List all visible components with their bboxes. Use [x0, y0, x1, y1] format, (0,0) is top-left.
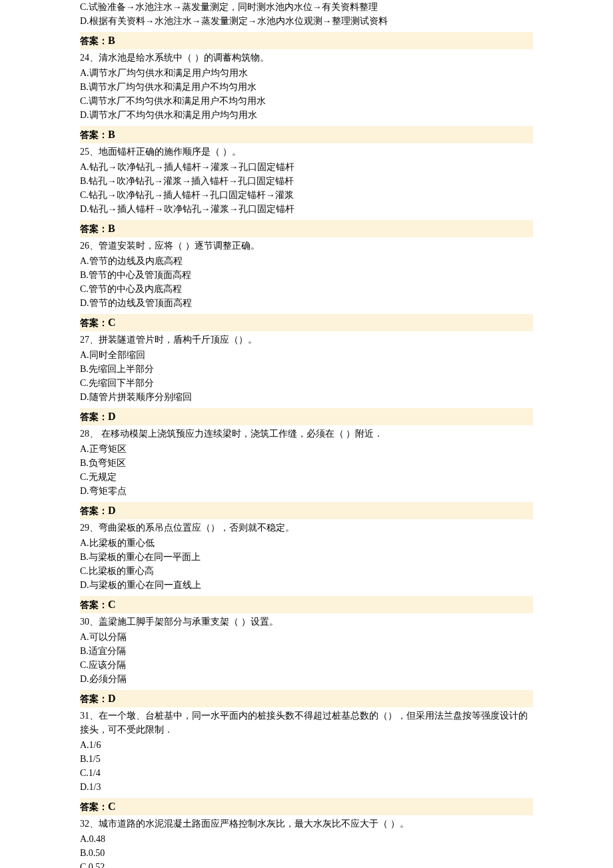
question-block: 30、盖梁施工脚手架部分与承重支架（ ）设置。A.可以分隔B.适宜分隔C.应该分… — [80, 615, 533, 686]
answer-label: 答案： — [80, 224, 108, 234]
answer-bar: 答案：B — [80, 32, 533, 49]
answer-bar: 答案：D — [80, 690, 533, 707]
question-block: 26、管道安装时，应将（ ）逐节调整正确。A.管节的边线及内底高程B.管节的中心… — [80, 239, 533, 310]
option: D.钻孔→插人锚杆→吹净钻孔→灌浆→孔口固定锚杆 — [80, 202, 533, 216]
option: B.负弯矩区 — [80, 456, 533, 470]
question-block: 24、清水池是给水系统中（ ）的调蓄构筑物。A.调节水厂均匀供水和满足用户均匀用… — [80, 51, 533, 122]
option: C.比梁板的重心高 — [80, 564, 533, 578]
answer-label: 答案： — [80, 36, 108, 46]
answer-bar: 答案：C — [80, 314, 533, 331]
answer-bar: 答案：D — [80, 502, 533, 519]
option: B.调节水厂均匀供水和满足用户不均匀用水 — [80, 80, 533, 94]
question-block: 31、在一个墩、台桩基中，同一水平面内的桩接头数不得超过桩基总数的（），但采用法… — [80, 709, 533, 794]
option: D.1/3 — [80, 780, 533, 794]
option: C.管节的中心及内底高程 — [80, 282, 533, 296]
option: A.钻孔→吹净钻孔→插人锚杆→灌浆→孔口固定锚杆 — [80, 160, 533, 174]
answer-letter: C — [108, 801, 116, 812]
answer-letter: D — [108, 693, 116, 704]
option: C.调节水厂不均匀供水和满足用户不均匀用水 — [80, 94, 533, 108]
answer-label: 答案： — [80, 130, 108, 140]
answer-bar: 答案：B — [80, 220, 533, 237]
option: A.调节水厂均匀供水和满足用户均匀用水 — [80, 66, 533, 80]
question-block: 25、地面锚杆正确的施作顺序是（ ）。A.钻孔→吹净钻孔→插人锚杆→灌浆→孔口固… — [80, 145, 533, 216]
answer-letter: B — [108, 129, 115, 140]
answer-letter: C — [108, 317, 116, 328]
question-text: 30、盖梁施工脚手架部分与承重支架（ ）设置。 — [80, 615, 533, 629]
option: B.管节的中心及管顶面高程 — [80, 268, 533, 282]
option: A.管节的边线及内底高程 — [80, 254, 533, 268]
question-text: 24、清水池是给水系统中（ ）的调蓄构筑物。 — [80, 51, 533, 65]
answer-letter: B — [108, 223, 115, 234]
option: C.应该分隔 — [80, 658, 533, 672]
option: B.0.50 — [80, 846, 533, 860]
option: C.0.52 — [80, 860, 533, 868]
question-text: 32、城市道路的水泥混凝土路面应严格控制水灰比，最大水灰比不应大于（ ）。 — [80, 817, 533, 831]
option: D.管节的边线及管顶面高程 — [80, 296, 533, 310]
option: D.与梁板的重心在同一直线上 — [80, 578, 533, 592]
answer-bar: 答案：C — [80, 596, 533, 613]
option: A.同时全部缩回 — [80, 348, 533, 362]
answer-label: 答案： — [80, 600, 108, 610]
option: A.0.48 — [80, 832, 533, 846]
option: C.先缩回下半部分 — [80, 376, 533, 390]
option: A.正弯矩区 — [80, 442, 533, 456]
option-c: C.试验准备→水池注水→蒸发量测定，同时测水池内水位→有关资料整理 — [80, 0, 533, 14]
question-text: 25、地面锚杆正确的施作顺序是（ ）。 — [80, 145, 533, 159]
option: C.1/4 — [80, 766, 533, 780]
answer-bar: 答案：D — [80, 408, 533, 425]
option: D.必须分隔 — [80, 672, 533, 686]
answer-label: 答案： — [80, 506, 108, 516]
option: B.钻孔→吹净钻孔→灌浆→插入锚杆→孔口固定锚杆 — [80, 174, 533, 188]
question-text: 26、管道安装时，应将（ ）逐节调整正确。 — [80, 239, 533, 253]
answer-bar: 答案：B — [80, 126, 533, 143]
answer-label: 答案： — [80, 412, 108, 422]
answer-letter: B — [108, 35, 115, 46]
option: A.可以分隔 — [80, 630, 533, 644]
answer-letter: D — [108, 505, 116, 516]
exam-content: C.试验准备→水池注水→蒸发量测定，同时测水池内水位→有关资料整理 D.根据有关… — [0, 0, 613, 868]
option: A.1/6 — [80, 738, 533, 752]
question-text: 31、在一个墩、台桩基中，同一水平面内的桩接头数不得超过桩基总数的（），但采用法… — [80, 709, 533, 737]
option: B.1/5 — [80, 752, 533, 766]
answer-letter: D — [108, 411, 116, 422]
question-block: 28、 在移动模架上浇筑预应力连续梁时，浇筑工作缝，必须在（ ）附近．A.正弯矩… — [80, 427, 533, 498]
question-text: 29、弯曲梁板的系吊点位置应（），否则就不稳定。 — [80, 521, 533, 535]
answer-label: 答案： — [80, 318, 108, 328]
option: A.比梁板的重心低 — [80, 536, 533, 550]
option: B.先缩回上半部分 — [80, 362, 533, 376]
answer-label: 答案： — [80, 694, 108, 704]
question-block: 32、城市道路的水泥混凝土路面应严格控制水灰比，最大水灰比不应大于（ ）。A.0… — [80, 817, 533, 868]
question-block: 29、弯曲梁板的系吊点位置应（），否则就不稳定。A.比梁板的重心低B.与梁板的重… — [80, 521, 533, 592]
option: C.无规定 — [80, 470, 533, 484]
option: B.与梁板的重心在同一平面上 — [80, 550, 533, 564]
option-d: D.根据有关资料→水池注水→蒸发量测定→水池内水位观测→整理测试资料 — [80, 14, 533, 28]
option: B.适宜分隔 — [80, 644, 533, 658]
answer-letter: C — [108, 599, 116, 610]
pre-options-block: C.试验准备→水池注水→蒸发量测定，同时测水池内水位→有关资料整理 D.根据有关… — [80, 0, 533, 28]
option: D.弯矩零点 — [80, 484, 533, 498]
answer-bar: 答案：C — [80, 798, 533, 815]
answer-label: 答案： — [80, 802, 108, 812]
option: D.调节水厂不均匀供水和满足用户均匀用水 — [80, 108, 533, 122]
question-text: 28、 在移动模架上浇筑预应力连续梁时，浇筑工作缝，必须在（ ）附近． — [80, 427, 533, 441]
option: C.钻孔→吹净钻孔→插人锚杆→孔口固定锚杆→灌浆 — [80, 188, 533, 202]
question-text: 27、拼装隧道管片时，盾构千斤顶应（）。 — [80, 333, 533, 347]
question-block: 27、拼装隧道管片时，盾构千斤顶应（）。A.同时全部缩回B.先缩回上半部分C.先… — [80, 333, 533, 404]
option: D.随管片拼装顺序分别缩回 — [80, 390, 533, 404]
